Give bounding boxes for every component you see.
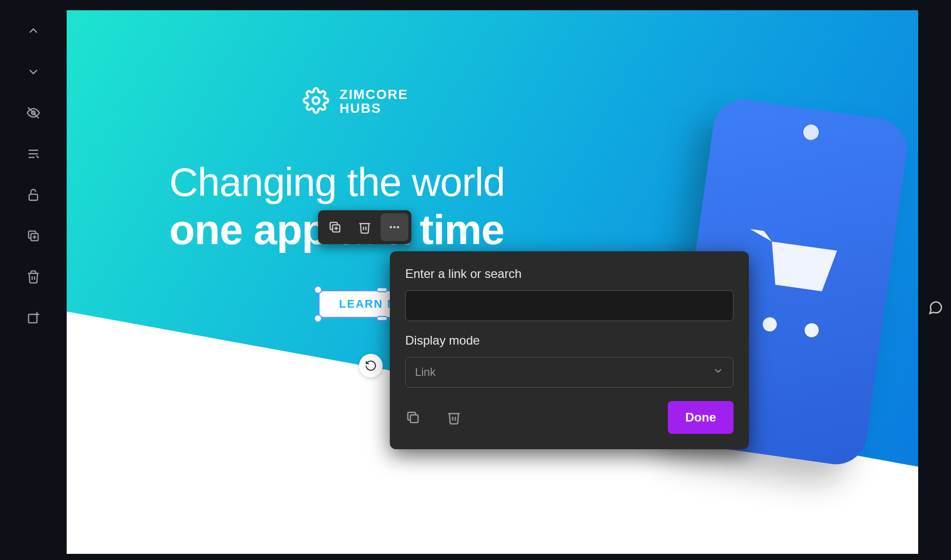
display-mode-select[interactable]: Link: [405, 357, 734, 388]
delete-button[interactable]: [22, 266, 45, 288]
chevron-down-icon: [712, 365, 724, 379]
headline-light: Changing the world: [169, 159, 505, 205]
display-mode-value: Link: [415, 366, 435, 379]
svg-point-18: [390, 226, 392, 229]
gear-icon: [303, 87, 329, 116]
add-page-button[interactable]: [22, 307, 45, 329]
svg-point-12: [313, 97, 320, 104]
link-popover: Enter a link or search Display mode Link…: [390, 251, 749, 449]
popover-footer: Done: [405, 401, 734, 434]
display-mode-label: Display mode: [405, 333, 734, 348]
copy-link-button[interactable]: [405, 410, 421, 425]
ctx-delete-button[interactable]: [351, 213, 379, 241]
ctx-more-button[interactable]: [381, 213, 408, 241]
duplicate-button[interactable]: [22, 225, 45, 247]
comment-button[interactable]: [920, 292, 951, 323]
rotate-button[interactable]: [359, 354, 383, 377]
brand-logo: ZIMCORE HUBS: [303, 87, 408, 116]
expand-down-button[interactable]: [22, 61, 45, 83]
resize-handle-top[interactable]: [377, 287, 388, 292]
link-input-label: Enter a link or search: [405, 267, 734, 281]
resize-handle-bottom[interactable]: [377, 316, 388, 321]
brand-line1: ZIMCORE: [340, 88, 408, 102]
visibility-toggle-button[interactable]: [22, 102, 45, 124]
brand-text: ZIMCORE HUBS: [340, 88, 408, 116]
resize-handle-bl[interactable]: [314, 314, 322, 323]
brand-line2: HUBS: [340, 102, 408, 115]
done-button[interactable]: Done: [668, 401, 734, 434]
left-toolbar: [0, 0, 67, 560]
svg-rect-9: [29, 314, 37, 323]
link-input[interactable]: [405, 290, 734, 321]
context-toolbar: [318, 210, 411, 244]
svg-rect-21: [410, 415, 418, 423]
edit-notes-button[interactable]: [22, 143, 45, 165]
svg-point-19: [393, 226, 396, 229]
svg-rect-5: [29, 194, 37, 201]
resize-handle-tl[interactable]: [314, 286, 322, 294]
collapse-up-button[interactable]: [22, 19, 45, 42]
ctx-duplicate-button[interactable]: [321, 213, 349, 241]
lock-button[interactable]: [22, 184, 45, 206]
svg-point-20: [397, 226, 400, 229]
remove-link-button[interactable]: [446, 410, 462, 425]
